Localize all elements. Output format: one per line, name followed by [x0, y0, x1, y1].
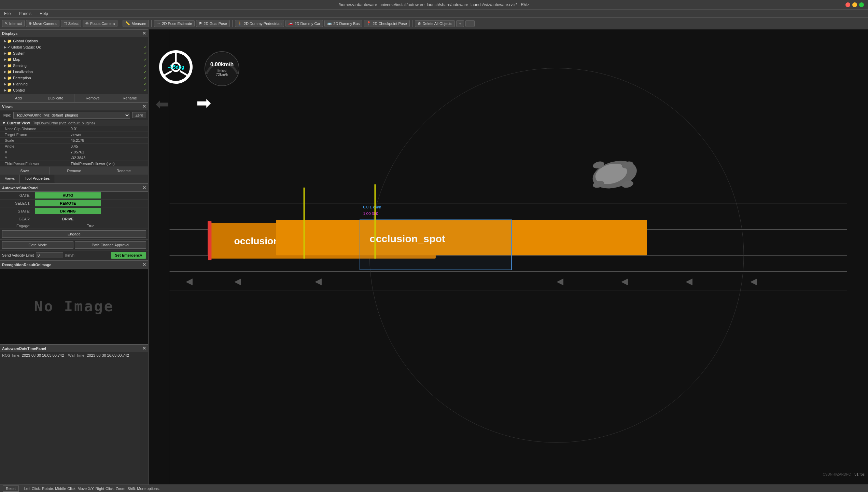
add-tool-button[interactable]: + [456, 20, 464, 27]
expand-arrow: ▶ [4, 82, 6, 86]
recognition-close[interactable]: ✕ [142, 262, 146, 267]
move-camera-button[interactable]: ⊕ Move Camera [26, 20, 59, 27]
folder-icon: 📁 [7, 88, 12, 93]
close-button[interactable] [845, 2, 850, 7]
tree-item-system[interactable]: ▶ 📁 System ✓ [0, 50, 148, 56]
recognition-header: RecognitionResultOnImage ✕ [0, 261, 148, 269]
main-layout: Displays ✕ ▶ 📁 Global Options ▶ ✓ Global… [0, 29, 868, 484]
tab-tool-properties[interactable]: Tool Properties [20, 175, 55, 183]
third-person-row: ThirdPersonFollower ThirdPersonFollower … [0, 161, 148, 167]
goal-icon: ⚑ [199, 21, 202, 26]
rename-display-button[interactable]: Rename [111, 94, 148, 102]
check-icon: ✓ [144, 64, 147, 68]
svg-text:1 00 300: 1 00 300 [363, 211, 378, 216]
menu-file[interactable]: File [3, 11, 12, 17]
views-close-button[interactable]: ✕ [142, 104, 146, 109]
autoware-state-panel: AutowareStatePanel ✕ GATE: AUTO SELECT: … [0, 183, 148, 260]
window-controls[interactable] [845, 2, 864, 7]
views-type-row: Type: TopDownOrtho (rviz_default_plugins… [0, 110, 148, 120]
checkpoint-button[interactable]: 📍 2D Checkpoint Pose [364, 20, 409, 27]
tree-item-control[interactable]: ▶ 📁 Control ✓ [0, 87, 148, 93]
autoware-panel-close[interactable]: ✕ [142, 185, 146, 190]
wall-time-label: Wall Time: [68, 353, 85, 357]
dummy-car-button[interactable]: 🚗 2D Dummy Car [285, 20, 323, 27]
maximize-button[interactable] [859, 2, 864, 7]
datetime-close[interactable]: ✕ [142, 346, 146, 351]
remove-tool-button[interactable]: — [465, 20, 475, 27]
svg-rect-19 [360, 220, 512, 270]
datetime-row: ROS Time: 2023-08-30 16:03:00.742 Wall T… [0, 352, 148, 358]
rename-view-button[interactable]: Rename [99, 167, 148, 175]
velocity-input[interactable] [36, 252, 63, 258]
displays-close-button[interactable]: ✕ [142, 31, 146, 36]
minus-icon: — [468, 22, 472, 26]
displays-title: Displays [2, 31, 17, 36]
tree-item-localization[interactable]: ▶ 📁 Localization ✓ [0, 69, 148, 75]
select-row: SELECT: REMOTE [0, 200, 148, 207]
views-zero-button[interactable]: Zero [132, 112, 146, 118]
velocity-label: Send Velocity Limit [2, 253, 34, 257]
duplicate-display-button[interactable]: Duplicate [37, 94, 74, 102]
pose-icon: → [157, 22, 160, 26]
menu-help[interactable]: Help [38, 11, 50, 17]
remove-display-button[interactable]: Remove [74, 94, 112, 102]
ap-velocity-row: Send Velocity Limit [km/h] Set Emergency [0, 250, 148, 260]
autoware-state-table: GATE: AUTO SELECT: REMOTE STATE: [0, 192, 148, 240]
toolbar-separator-2 [151, 20, 152, 27]
view-x: X 7.95761 [0, 149, 148, 155]
check-icon: ✓ [144, 57, 147, 62]
add-icon: + [459, 22, 461, 26]
bus-icon: 🚌 [327, 21, 332, 26]
engage-button[interactable]: Engage [2, 230, 146, 238]
measure-button[interactable]: 📏 Measure [123, 20, 149, 27]
tree-item-perception[interactable]: ▶ 📁 Perception ✓ [0, 75, 148, 81]
velocity-unit: [km/h] [65, 253, 75, 257]
add-display-button[interactable]: Add [0, 94, 37, 102]
tab-views[interactable]: Views [0, 175, 20, 183]
check-icon: ✓ [144, 70, 147, 74]
path-change-button[interactable]: Path Change Approval [75, 241, 146, 249]
toolbar-separator-4 [412, 20, 412, 27]
minimize-button[interactable] [852, 2, 857, 7]
save-view-button[interactable]: Save [0, 167, 50, 175]
checkpoint-icon: 📍 [366, 21, 371, 26]
datetime-title: AutowareDateTimePanel [2, 346, 46, 351]
tree-item-global-options[interactable]: ▶ 📁 Global Options [0, 38, 148, 44]
interact-button[interactable]: ↖ Interact [2, 20, 25, 27]
menu-panels[interactable]: Panels [17, 11, 33, 17]
select-icon: ▢ [64, 21, 67, 26]
remove-view-button[interactable]: Remove [50, 167, 99, 175]
gate-mode-button[interactable]: Gate Mode [2, 241, 73, 249]
tree-item-sensing[interactable]: ▶ 📁 Sensing ✓ [0, 63, 148, 69]
folder-icon: 📁 [7, 70, 12, 74]
tree-item-map[interactable]: ▶ 📁 Map ✓ [0, 56, 148, 63]
select-button[interactable]: ▢ Select [61, 20, 82, 27]
gate-row: GATE: AUTO [0, 192, 148, 200]
svg-text:◀: ◀ [234, 276, 241, 286]
engage-row: Engage: True [0, 223, 148, 229]
2d-goal-button[interactable]: ⚑ 2D Goal Pose [196, 20, 229, 27]
views-type-select[interactable]: TopDownOrtho (rviz_default_plugins) [13, 112, 130, 119]
window-title: /home/zard/autoware_universe/install/aut… [339, 2, 530, 7]
set-emergency-button[interactable]: Set Emergency [111, 252, 146, 259]
focus-camera-button[interactable]: ◎ Focus Camera [83, 20, 117, 27]
status-instructions: Left-Click: Rotate. Middle-Click: Move X… [24, 487, 160, 491]
select-value-bar: REMOTE [35, 200, 101, 206]
tree-item-planning[interactable]: ▶ 📁 Planning ✓ [0, 81, 148, 87]
tree-item-global-status[interactable]: ▶ ✓ Global Status: Ok ✓ [0, 44, 148, 50]
svg-rect-12 [208, 221, 211, 255]
2d-pose-button[interactable]: → 2D Pose Estimate [154, 20, 195, 27]
check-icon: ✓ [144, 82, 147, 86]
reset-button[interactable]: Reset [3, 486, 19, 492]
measure-icon: 📏 [125, 21, 130, 26]
delete-all-button[interactable]: 🗑 Delete All Objects [415, 20, 455, 27]
views-section: Views ✕ Type: TopDownOrtho (rviz_default… [0, 102, 148, 175]
viewport[interactable]: occlusion_spot occlusion_spot [149, 29, 868, 484]
view-scale: Scale 45.2178 [0, 138, 148, 144]
dummy-bus-button[interactable]: 🚌 2D Dummy Bus [324, 20, 362, 27]
ap-mode-row: Gate Mode Path Change Approval [0, 240, 148, 250]
state-row: STATE: DRIVING [0, 207, 148, 215]
folder-icon: 📁 [7, 39, 12, 43]
dummy-pedestrian-button[interactable]: 🚶 2D Dummy Pedestrian [235, 20, 284, 27]
views-header: Views ✕ [0, 102, 148, 110]
